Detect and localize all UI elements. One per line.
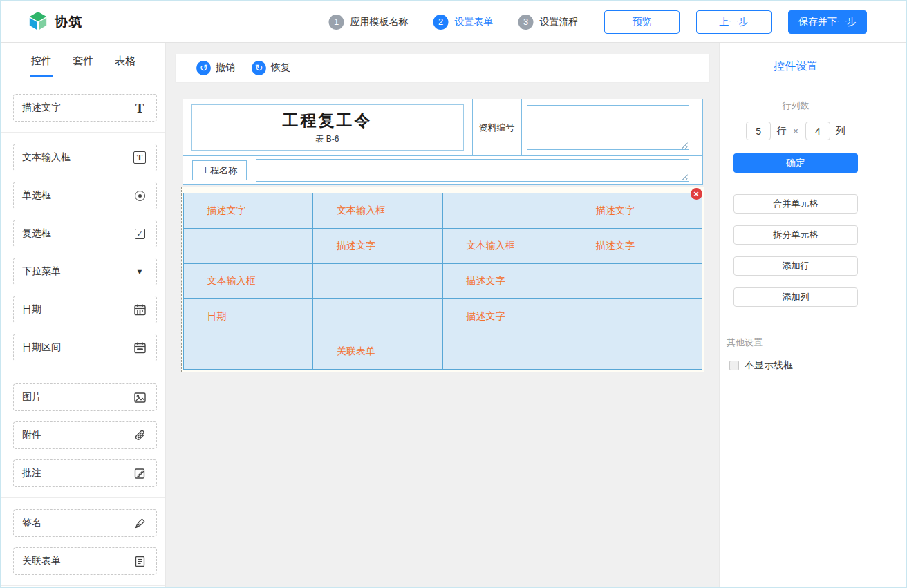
previous-step-button[interactable]: 上一步 — [696, 10, 772, 34]
grid-cell[interactable] — [313, 264, 443, 299]
controls-sidebar: 控件套件表格 描述文字T文本输入框T单选框复选框✓下拉菜单▼日期日期区间图片附件… — [1, 43, 166, 587]
form-title-box: 工程复工令 表 B-6 — [191, 104, 464, 151]
redo-button[interactable]: ↻ 恢复 — [252, 61, 290, 75]
grid-cell[interactable] — [313, 299, 443, 334]
canvas-toolbar: ↺ 撤销 ↻ 恢复 — [176, 54, 709, 82]
doc-number-label[interactable]: 资料编号 — [472, 99, 522, 155]
grid-cell[interactable]: 描述文字 — [572, 229, 702, 264]
checkbox-icon: ✓ — [133, 227, 147, 240]
cols-unit-label: 列 — [836, 125, 845, 137]
project-name-input[interactable] — [256, 159, 689, 182]
grid-cell[interactable]: 文本输入框 — [443, 229, 573, 264]
control-item-dropdown[interactable]: 下拉菜单▼ — [13, 258, 157, 285]
settings-panel: 控件设置 行列数 行 × 列 确定 合并单元格拆分单元格添加行添加列 其他设置 … — [719, 43, 906, 587]
tab-tables[interactable]: 表格 — [113, 55, 137, 77]
control-item-label: 文本输入框 — [22, 151, 71, 164]
project-name-label[interactable]: 工程名称 — [192, 160, 247, 180]
step-1-template-name: 1应用模板名称 — [329, 15, 409, 30]
save-and-next-button[interactable]: 保存并下一步 — [788, 10, 867, 34]
brand: 协筑 — [28, 10, 82, 34]
control-item-related-form[interactable]: 关联表单 — [13, 547, 157, 575]
tab-kits[interactable]: 套件 — [72, 55, 95, 77]
grid-cell[interactable] — [572, 264, 702, 299]
step-label: 设置流程 — [540, 16, 579, 28]
control-item-label: 单选框 — [22, 189, 51, 202]
top-header: 协筑 1应用模板名称2设置表单3设置流程 预览 上一步 保存并下一步 — [1, 1, 906, 43]
add-row-button[interactable]: 添加行 — [733, 256, 858, 276]
split-cells-button[interactable]: 拆分单元格 — [733, 225, 858, 245]
control-item-attachment[interactable]: 附件 — [13, 421, 157, 449]
grid-cell[interactable] — [443, 334, 573, 370]
form-canvas: ↺ 撤销 ↻ 恢复 工程复工令 表 B-6 资料编号 — [166, 43, 719, 587]
header-actions: 预览 上一步 保存并下一步 — [604, 10, 867, 34]
annotation-icon — [133, 466, 147, 480]
brand-name: 协筑 — [55, 13, 82, 31]
hide-border-option[interactable]: 不显示线框 — [729, 359, 793, 372]
preview-button[interactable]: 预览 — [604, 10, 680, 34]
date-range-icon — [133, 341, 147, 354]
control-item-radio[interactable]: 单选框 — [13, 182, 157, 209]
radio-icon — [133, 189, 147, 202]
merge-cells-button[interactable]: 合并单元格 — [733, 194, 858, 214]
control-item-label: 描述文字 — [22, 102, 61, 114]
grid-cell[interactable]: 关联表单 — [313, 334, 443, 370]
add-column-button[interactable]: 添加列 — [733, 287, 858, 307]
step-number-badge: 2 — [433, 15, 449, 30]
step-number-badge: 3 — [518, 15, 534, 30]
form-title-cell[interactable]: 工程复工令 表 B-6 — [183, 99, 472, 155]
app-window: 协筑 1应用模板名称2设置表单3设置流程 预览 上一步 保存并下一步 控件套件表… — [0, 0, 907, 588]
grid-cell[interactable] — [184, 229, 314, 264]
step-indicator: 1应用模板名称2设置表单3设置流程 — [329, 15, 579, 30]
control-item-label: 日期 — [22, 303, 41, 316]
undo-button[interactable]: ↺ 撤销 — [196, 61, 235, 75]
control-item-label: 批注 — [22, 467, 41, 480]
redo-label: 恢复 — [271, 61, 290, 74]
cols-input[interactable] — [805, 122, 830, 140]
form-title: 工程复工令 — [283, 110, 373, 131]
project-name-row: 工程名称 — [183, 156, 702, 184]
grid-cell[interactable]: 文本输入框 — [313, 193, 443, 229]
sidebar-tabs: 控件套件表格 — [1, 43, 165, 77]
control-item-date-range[interactable]: 日期区间 — [13, 334, 157, 361]
undo-label: 撤销 — [216, 61, 235, 74]
control-item-signature[interactable]: 签名 — [13, 509, 157, 537]
hide-border-checkbox[interactable] — [729, 361, 739, 370]
brand-logo-icon — [28, 10, 48, 34]
control-item-annotation[interactable]: 批注 — [13, 459, 157, 487]
tab-controls[interactable]: 控件 — [30, 55, 53, 77]
control-item-description-text[interactable]: 描述文字T — [13, 94, 157, 122]
grid-cell[interactable]: 描述文字 — [184, 193, 314, 229]
grid-cell[interactable] — [572, 334, 702, 370]
resize-grip[interactable] — [680, 173, 688, 180]
grid-cell[interactable]: 文本输入框 — [184, 264, 314, 299]
control-item-checkbox[interactable]: 复选框✓ — [13, 220, 157, 247]
grid-cell[interactable]: 描述文字 — [572, 193, 702, 229]
doc-number-input-cell — [522, 99, 702, 155]
grid-cell[interactable] — [184, 334, 314, 370]
confirm-button[interactable]: 确定 — [733, 153, 858, 173]
grid-cell[interactable]: 日期 — [184, 299, 314, 334]
resize-grip[interactable] — [680, 141, 688, 149]
control-group: 签名关联表单 — [1, 509, 165, 586]
attachment-icon — [133, 428, 147, 442]
grid-cell[interactable] — [572, 299, 702, 334]
step-number-badge: 1 — [329, 15, 344, 30]
grid-cell[interactable] — [443, 193, 573, 229]
delete-table-button[interactable]: × — [691, 188, 702, 200]
form-grid: 描述文字文本输入框描述文字描述文字文本输入框描述文字文本输入框描述文字日期描述文… — [183, 193, 702, 370]
grid-cell[interactable]: 描述文字 — [443, 264, 573, 299]
control-item-text-input[interactable]: 文本输入框T — [13, 144, 157, 171]
other-settings-label: 其他设置 — [727, 336, 763, 349]
control-group: 图片附件批注 — [1, 383, 165, 498]
control-item-date[interactable]: 日期 — [13, 296, 157, 323]
selected-table-block[interactable]: × 描述文字文本输入框描述文字描述文字文本输入框描述文字文本输入框描述文字日期描… — [181, 187, 704, 372]
control-item-label: 复选框 — [22, 227, 51, 240]
rows-input[interactable] — [746, 122, 771, 140]
control-item-image[interactable]: 图片 — [13, 383, 157, 411]
row-col-label: 行列数 — [783, 99, 810, 112]
doc-number-input[interactable] — [527, 105, 689, 150]
hide-border-label: 不显示线框 — [745, 359, 793, 372]
grid-cell[interactable]: 描述文字 — [443, 299, 573, 334]
control-item-label: 附件 — [22, 429, 41, 442]
grid-cell[interactable]: 描述文字 — [313, 229, 443, 264]
